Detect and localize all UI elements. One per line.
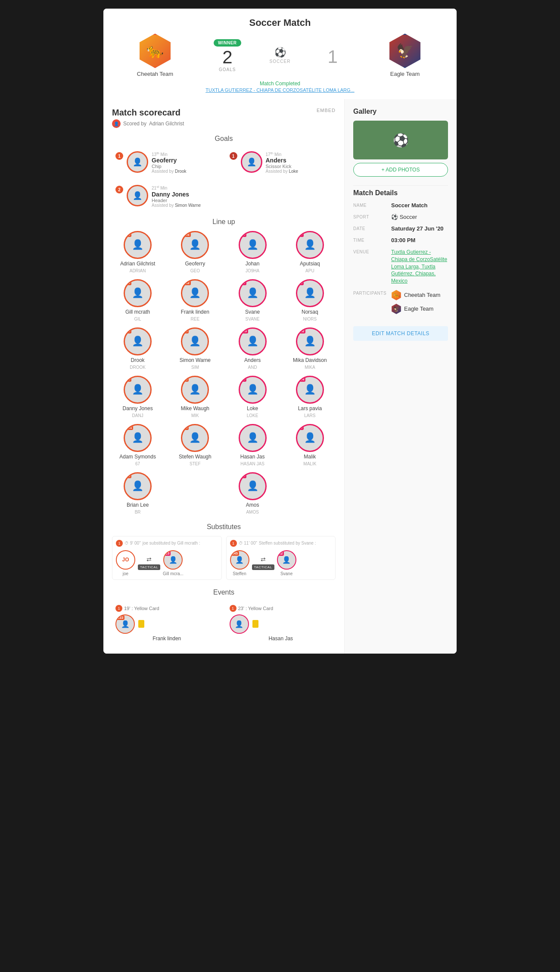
- player-card-12: 232👤 Mika Davidson MIKA: [284, 327, 336, 370]
- participants-list: 🐆 Cheetah Team 🦅 Eagle Team: [391, 290, 448, 318]
- teams-row: 🐆 Cheetah Team WINNER 2 GOALS ⚽ SOCCER 1: [116, 34, 444, 77]
- venue-text[interactable]: TUXTLA GUTIERREZ - CHIAPA DE CORZOSATÉLI…: [116, 87, 444, 93]
- detail-value-venue[interactable]: Tuxtla Gutierrez - Chiapa de CorzoSatéli…: [391, 249, 448, 285]
- player-name-9: Drook: [131, 357, 145, 363]
- detail-label-venue: VENUE: [353, 249, 388, 254]
- player-num-3: 34: [240, 232, 246, 237]
- events-title: Events: [112, 589, 336, 596]
- eagle-team-name: Eagle Team: [390, 71, 420, 77]
- goal-minute-1: 13th Min: [152, 151, 218, 157]
- player-avatar-2: 236👤: [181, 231, 209, 259]
- scorecard-header: Match scorecard EMBED: [112, 108, 336, 118]
- scored-by: 👤 Scored by Adrian Gilchrist: [112, 119, 336, 128]
- goal-minute-2: 17th Min: [266, 151, 333, 157]
- sub-grid: 1 ⏱ 9' 00" joe substituted by Gill mcrat…: [112, 536, 336, 580]
- player-card-17: 221👤 Adam Symonds 67: [112, 424, 163, 466]
- sub-in-col-1: 23👤 Gill mcra...: [163, 550, 184, 576]
- event-num-1: 1: [115, 605, 122, 612]
- player-name-10: Simon Warne: [180, 357, 211, 363]
- player-name-14: Mike Waugh: [181, 405, 209, 411]
- player-avatar-5: 23👤: [124, 279, 152, 307]
- sub-item-2: 1 ⏱ 11' 00" Steffen substituted by Svane…: [226, 536, 336, 580]
- player-avatar-18: 64👤: [181, 424, 209, 452]
- player-avatar-11: 245👤: [239, 327, 267, 355]
- player-num-8: 24: [297, 280, 304, 285]
- player-card-21: 56👤 Brian Lee BR: [112, 472, 163, 514]
- player-code-7: SVANE: [246, 317, 260, 321]
- player-code-3: JO9HA: [246, 268, 259, 273]
- player-avatar-6: 222👤: [181, 279, 209, 307]
- eagle-score-block: 1: [299, 37, 366, 74]
- edit-match-details-button[interactable]: EDIT MATCH DETAILS: [353, 326, 448, 341]
- player-avatar-8: 24👤: [296, 279, 324, 307]
- sub-in-col-2: 42👤 Svane: [277, 550, 296, 576]
- sub-time-2: ⏱ 11' 00": [239, 541, 257, 545]
- sub-players-1: JO joe ⇄ TACTICAL 23👤 G: [116, 550, 218, 576]
- sub-header-1: 1 ⏱ 9' 00" joe substituted by Gill mcrat…: [116, 540, 218, 547]
- sub-middle-2: ⇄ TACTICAL: [252, 556, 274, 570]
- player-avatar-14: 13👤: [181, 376, 209, 404]
- player-num-7: 42: [240, 280, 246, 285]
- match-details-title: Match Details: [353, 189, 448, 197]
- cheetah-participant-icon: 🐆: [391, 290, 401, 300]
- player-name-19: Hasan Jas: [240, 454, 265, 460]
- goal-avatar-danny: 👤: [127, 185, 148, 206]
- player-code-22: AMOS: [246, 510, 258, 514]
- detail-row-venue: VENUE Tuxtla Gutierrez - Chiapa de Corzo…: [353, 249, 448, 285]
- event-avatar-1: 222👤: [115, 614, 135, 634]
- event-time-1: 19' : Yellow Card: [124, 606, 159, 611]
- event-item-2: 1 23' : Yellow Card 👤 Hasan Jas: [226, 601, 336, 645]
- player-code-10: SIM: [191, 365, 199, 370]
- player-num-22: 43: [240, 474, 246, 478]
- player-num-1: 48: [125, 232, 131, 237]
- goal-badge-2: 1: [230, 152, 237, 160]
- player-avatar-12: 232👤: [296, 327, 324, 355]
- player-name-1: Adrian Gilchrist: [120, 261, 155, 267]
- player-name-4: Aputsiaq: [300, 261, 320, 267]
- cheetah-hex-logo: 🐆: [138, 34, 172, 68]
- player-num-11: 245: [240, 329, 248, 333]
- event-header-2: 1 23' : Yellow Card: [230, 605, 333, 612]
- sub-time-1: ⏱ 9' 00": [124, 541, 141, 545]
- detail-row-sport: SPORT ⚽ Soccer: [353, 214, 448, 220]
- eagle-hex-logo: 🦅: [388, 34, 422, 68]
- add-photos-button[interactable]: + ADD PHOTOS: [353, 163, 448, 177]
- goal-item-3: 2 👤 21st Min Danny Jones Header Assisted…: [112, 181, 222, 211]
- player-code-1: ADRIAN: [130, 268, 146, 273]
- player-card-7: 42👤 Svane SVANE: [227, 279, 278, 321]
- goal-player-1: Geoferry: [152, 157, 218, 164]
- player-avatar-10: 34👤: [181, 327, 209, 355]
- player-name-17: Adam Symonds: [119, 454, 156, 460]
- detail-value-name: Soccer Match: [391, 202, 448, 209]
- sub-out-name-2: Steffen: [233, 571, 246, 576]
- player-name-11: Anders: [244, 357, 261, 363]
- sub-tactical-1: TACTICAL: [138, 564, 160, 570]
- sub-desc-2: Steffen substituted by Svane :: [259, 541, 316, 545]
- sub-num-1: 1: [116, 540, 123, 547]
- player-num-13: 35: [125, 377, 131, 382]
- goal-avatar-anders: 👤: [241, 151, 262, 173]
- sub-out-num-2: 345: [231, 551, 239, 556]
- goal-badge-1: 1: [115, 152, 123, 160]
- player-code-14: MIK: [191, 413, 199, 418]
- player-num-2: 236: [182, 232, 190, 237]
- events-section: Events 1 19' : Yellow Card 222👤: [112, 589, 336, 645]
- scorer-name: Adrian Gilchrist: [149, 121, 184, 127]
- right-panel: Gallery ⚽ + ADD PHOTOS Match Details NAM…: [345, 99, 457, 654]
- player-card-3: 34👤 Johan JO9HA: [227, 231, 278, 273]
- player-name-5: Gill mcrath: [125, 309, 150, 315]
- goals-label: GOALS: [219, 67, 236, 72]
- player-card-22: 43👤 Amos AMOS: [227, 472, 278, 514]
- eagle-team-block: 🦅 Eagle Team: [366, 34, 444, 77]
- player-card-14: 13👤 Mike Waugh MIK: [169, 376, 221, 418]
- sub-players-2: 345👤 Steffen ⇄ TACTICAL 42👤: [230, 550, 332, 576]
- player-card-16: 234👤 Lars pavia LARS: [284, 376, 336, 418]
- goal-avatar-geoferry: 👤: [127, 151, 148, 173]
- participant-eagle-name: Eagle Team: [404, 305, 433, 312]
- player-avatar-22: 43👤: [239, 472, 267, 500]
- player-avatar-21: 56👤: [124, 472, 152, 500]
- player-avatar-15: 23👤: [239, 376, 267, 404]
- player-num-4: 67: [297, 232, 304, 237]
- embed-button[interactable]: EMBED: [317, 108, 336, 113]
- detail-row-time: TIME 03:00 PM: [353, 237, 448, 243]
